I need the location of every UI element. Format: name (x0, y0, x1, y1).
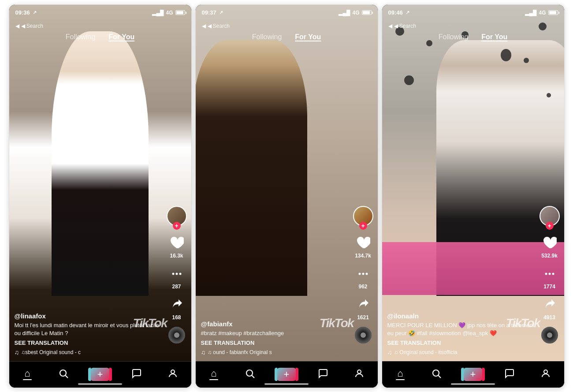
nav-home-3[interactable]: ⌂ (382, 369, 419, 380)
nav-create-3[interactable]: + (455, 368, 491, 381)
share-icon-3[interactable] (541, 296, 558, 314)
like-action-3[interactable]: 532.9k (541, 234, 558, 259)
see-translation-3[interactable]: SEE TRANSLATION (387, 340, 538, 346)
back-arrow-3: ◀ (388, 23, 392, 29)
avatar-3[interactable]: + (540, 206, 560, 226)
search-label-2[interactable]: ◀ Search (208, 23, 230, 29)
phone-2: 09:37 ↗ ▂▄█ 4G ◀ ◀ Search Following For … (195, 4, 378, 388)
nav-bar-1: ◀ ◀ Search Following For You (9, 21, 191, 44)
heart-icon-1[interactable] (168, 234, 186, 252)
svg-point-2 (179, 273, 181, 275)
share-action-3[interactable]: 4913 (541, 296, 558, 321)
nav-inbox-2[interactable] (305, 368, 341, 381)
nav-profile-2[interactable] (341, 368, 378, 381)
share-count-2: 1621 (357, 314, 369, 321)
nav-bar-3: ◀ ◀ Search Following For You (382, 21, 564, 44)
search-label-3[interactable]: ◀ Search (394, 23, 416, 29)
music-text-2: ♫ ound - fabianfx Original s (208, 349, 272, 355)
comment-action-3[interactable]: 1774 (541, 265, 558, 290)
heart-icon-3[interactable] (541, 234, 558, 252)
tiktok-watermark-3: TikTok (506, 316, 540, 330)
music-row-2: ♫ ♫ ound - fabianfx Original s (201, 349, 351, 356)
svg-point-3 (60, 370, 66, 376)
nav-home-2[interactable]: ⌂ (196, 369, 232, 380)
search-row-2: ◀ ◀ Search (196, 21, 378, 30)
status-right-1: ▂▄█ 4G (152, 10, 185, 16)
back-arrow-1: ◀ (15, 23, 19, 29)
nav-home-1[interactable]: ⌂ (9, 369, 46, 380)
svg-point-0 (172, 273, 174, 275)
back-search-3[interactable]: ◀ ◀ Search (388, 23, 416, 29)
signal-icon-3: ▂▄█ (525, 10, 536, 16)
nav-create-1[interactable]: + (82, 368, 119, 381)
status-time-3: 09:46 ↗ (388, 9, 409, 16)
create-button-3[interactable]: + (463, 368, 483, 381)
nav-search-1[interactable] (45, 368, 82, 381)
nav-search-2[interactable] (232, 368, 268, 381)
create-button-1[interactable]: + (90, 368, 110, 381)
comment-icon-1[interactable] (168, 265, 186, 283)
comment-count-2: 962 (358, 284, 367, 290)
tiktok-watermark-2: TikTok (320, 316, 353, 330)
svg-point-7 (362, 273, 364, 275)
nav-inbox-1[interactable] (118, 368, 155, 381)
like-count-3: 532.9k (541, 253, 558, 259)
tab-following-2[interactable]: Following (252, 33, 282, 41)
signal-icon-2: ▂▄█ (339, 10, 350, 16)
tab-following-3[interactable]: Following (439, 33, 469, 41)
profile-icon-3 (540, 368, 551, 381)
tiktok-logo-3: TikTok (506, 316, 540, 330)
share-action-1[interactable]: 168 (168, 296, 186, 321)
like-action-2[interactable]: 134.7k (354, 234, 372, 259)
svg-line-10 (252, 376, 255, 378)
comment-action-1[interactable]: 287 (168, 265, 186, 290)
follow-plus-3[interactable]: + (546, 222, 554, 230)
svg-point-11 (357, 370, 361, 373)
side-actions-1: + 16.3k 287 (167, 206, 187, 343)
share-icon-2[interactable] (354, 296, 372, 314)
heart-icon-2[interactable] (354, 234, 372, 252)
home-indicator-1 (78, 383, 122, 385)
music-text-3: ♫ Original sound - itsofficia (394, 349, 458, 355)
nav-search-3[interactable] (418, 368, 455, 381)
share-action-2[interactable]: 1621 (354, 296, 372, 321)
person-silhouette-1 (52, 31, 149, 296)
tab-following-1[interactable]: Following (66, 33, 96, 41)
search-label-1[interactable]: ◀ Search (21, 23, 43, 29)
home-underline-1 (23, 379, 32, 380)
comment-action-2[interactable]: 962 (354, 265, 372, 290)
avatar-1[interactable]: + (167, 206, 187, 226)
nav-inbox-3[interactable] (491, 368, 528, 381)
create-button-2[interactable]: + (276, 368, 297, 381)
inbox-icon-3 (504, 368, 515, 381)
see-translation-2[interactable]: SEE TRANSLATION (201, 340, 351, 346)
comment-icon-3[interactable] (541, 265, 558, 283)
tab-foryou-2[interactable]: For You (295, 33, 321, 41)
nav-profile-1[interactable] (155, 368, 191, 381)
back-search-1[interactable]: ◀ ◀ Search (15, 23, 43, 29)
home-underline-3 (396, 379, 405, 380)
back-search-2[interactable]: ◀ ◀ Search (202, 23, 230, 29)
see-translation-1[interactable]: SEE TRANSLATION (15, 340, 165, 346)
comment-icon-2[interactable] (354, 265, 372, 283)
like-action-1[interactable]: 16.3k (168, 234, 186, 259)
svg-line-16 (439, 376, 441, 378)
status-right-2: ▂▄█ 4G (339, 10, 371, 16)
tab-foryou-3[interactable]: For You (481, 33, 507, 41)
avatar-2[interactable]: + (353, 206, 373, 226)
status-bar-2: 09:37 ↗ ▂▄█ 4G (196, 5, 378, 21)
follow-plus-1[interactable]: + (173, 222, 181, 230)
side-actions-3: + 532.9k 1774 (540, 206, 560, 343)
tab-foryou-1[interactable]: For You (108, 33, 134, 41)
location-icon-2: ↗ (219, 10, 223, 15)
network-label-1: 4G (166, 10, 173, 16)
music-disc-3 (541, 327, 558, 343)
follow-plus-2[interactable]: + (359, 222, 367, 230)
nav-create-2[interactable]: + (268, 368, 305, 381)
tiktok-logo-1: TikTok (133, 316, 167, 330)
nav-profile-3[interactable] (528, 368, 564, 381)
share-icon-1[interactable] (168, 296, 186, 314)
video-background-1 (9, 5, 191, 361)
battery-icon-3 (548, 10, 558, 15)
battery-icon-1 (175, 10, 185, 15)
